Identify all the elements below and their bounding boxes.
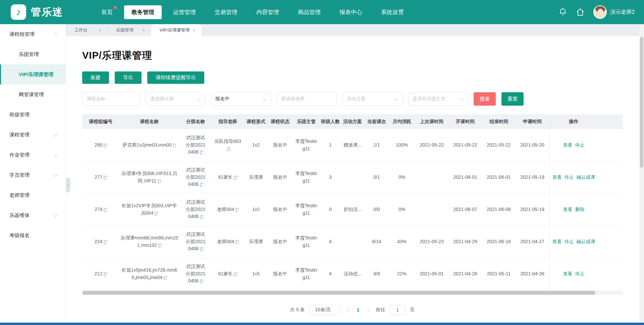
filter-select[interactable]: 报名中 (211, 92, 271, 106)
copy-icon[interactable] (200, 151, 203, 154)
action-button[interactable]: 课程续费提醒导出 (147, 71, 204, 84)
cell-form: 1v5 (244, 258, 268, 290)
cell-text: 2021-05-20 (520, 142, 544, 149)
copy-icon[interactable] (164, 276, 167, 280)
copy-icon[interactable] (104, 240, 107, 244)
top-menu-item[interactable]: 交易管理 (207, 5, 245, 19)
cell-text: 61家长 (218, 174, 237, 181)
home-icon[interactable] (576, 8, 585, 16)
sidebar-item[interactable]: 乐团管理 (0, 44, 66, 64)
filter-input[interactable]: 请选择老师 (277, 92, 337, 106)
pagination: 共 5 条 10条/页 ‹ 1 › 前往 页 (82, 305, 623, 315)
notification-bell-icon[interactable] (558, 8, 567, 16)
sidebar-item[interactable]: 作业管理 (0, 145, 66, 165)
cell-lesson: 6/14 (365, 226, 389, 258)
row-action-link[interactable]: 查看 (563, 270, 573, 278)
sidebar-item[interactable]: VIP/乐理课管理 (0, 64, 66, 85)
copy-icon[interactable] (234, 176, 237, 179)
current-page[interactable]: 1 (355, 307, 361, 313)
copy-icon[interactable] (104, 208, 107, 212)
tab-close-icon[interactable]: × (193, 28, 195, 33)
copy-icon[interactable] (155, 212, 158, 215)
top-menu-item[interactable]: 系统设置 (374, 5, 411, 19)
tab[interactable]: VIP/乐理课管理× (151, 24, 201, 36)
action-button[interactable]: 导出 (115, 71, 142, 84)
tab[interactable]: 乐团管理× (107, 24, 151, 36)
prev-page-button[interactable]: ‹ (345, 307, 351, 313)
sidebar-item[interactable]: 老师管理 (0, 185, 66, 205)
row-action-link[interactable]: 查看 (552, 238, 562, 246)
copy-icon[interactable] (104, 272, 107, 276)
row-action-link[interactable]: 停止 (575, 270, 585, 278)
next-page-button[interactable]: › (365, 307, 371, 313)
user-name: 演示老师2 (610, 9, 635, 16)
filter-select[interactable]: 活动方案 (342, 92, 402, 106)
sidebar-item[interactable]: 网管课管理 (0, 85, 66, 105)
copy-icon[interactable] (200, 215, 203, 219)
sidebar-item[interactable]: 课程管理 (0, 125, 66, 145)
sidebar-item[interactable]: 考级报名 (0, 225, 66, 246)
filter-select[interactable]: 是否有乐团主管 (408, 92, 468, 106)
sidebar-item[interactable]: 课程组管理 (0, 24, 66, 44)
cell-text: 100% (396, 142, 408, 149)
sidebar-item-label: 网管课管理 (19, 92, 44, 98)
cell-size: 4 (320, 226, 340, 258)
copy-icon[interactable] (173, 144, 176, 147)
copy-icon[interactable] (104, 144, 107, 147)
filter-select[interactable]: 请选择分部 (146, 92, 205, 106)
row-action-link[interactable]: 停止 (565, 174, 574, 181)
cell-text: 乐理课 (249, 238, 263, 246)
sidebar-item[interactable]: 学员管理 (0, 165, 66, 185)
copy-icon[interactable] (200, 247, 203, 251)
row-action-link[interactable]: 确认成课 (577, 174, 595, 181)
top-menu-item[interactable]: 首页 (94, 5, 120, 19)
top-menu-item[interactable]: 教务管理 (124, 5, 162, 19)
copy-icon[interactable] (158, 244, 161, 248)
cell-status: 报名中 (268, 258, 292, 290)
copy-icon[interactable] (235, 208, 238, 212)
row-action-link[interactable]: 停止 (575, 142, 585, 149)
goto-page-input[interactable] (390, 305, 405, 315)
cell-apply: 2021-05-20 (516, 129, 549, 161)
sidebar-item[interactable]: 班级管理 (0, 105, 66, 125)
row-action-link[interactable]: 查看 (563, 142, 573, 149)
copy-icon[interactable] (200, 279, 203, 283)
app-title: 管乐迷 (31, 5, 63, 19)
copy-icon[interactable] (227, 147, 230, 151)
row-action-link[interactable]: 停止 (565, 238, 574, 246)
reset-button[interactable]: 重置 (501, 92, 524, 106)
cell-text: 折扣活... (343, 206, 362, 213)
sidebar-item[interactable]: 乐器维保 (0, 205, 66, 225)
column-header-lesson: 当前课次 (365, 114, 389, 129)
top-menu-item[interactable]: 运营管理 (166, 5, 203, 19)
tab-close-icon[interactable]: × (142, 28, 145, 33)
copy-icon[interactable] (200, 183, 203, 186)
copy-icon[interactable] (104, 176, 107, 179)
cell-size: 4 (320, 258, 340, 290)
row-action-link[interactable]: 确认成课 (577, 238, 595, 246)
search-button[interactable]: 搜索 (474, 92, 496, 106)
row-action-link[interactable]: 删除 (575, 206, 585, 213)
user-menu[interactable]: 演示老师2 (593, 5, 635, 19)
filter-input[interactable]: 课程名称 (82, 92, 140, 106)
vertical-scrollbar-thumb[interactable] (640, 37, 643, 168)
cell-text: 2021-05-22 (453, 142, 477, 149)
page-size-select[interactable]: 10条/页 (309, 305, 340, 315)
tab[interactable]: 工作台× (66, 24, 107, 36)
cell-teacher: 乐队指导003 (212, 129, 244, 161)
copy-icon[interactable] (158, 179, 161, 183)
sidebar-collapse-handle[interactable]: ‹ (66, 178, 70, 193)
vertical-scrollbar-track[interactable] (639, 24, 644, 323)
app-logo[interactable]: ♪ 管乐迷 (11, 4, 63, 20)
top-menu-item[interactable]: 内容管理 (249, 5, 286, 19)
cell-text: 2021-04-26 (520, 270, 544, 278)
tab-close-icon[interactable]: × (99, 28, 101, 33)
top-menu-item[interactable]: 商品管理 (290, 5, 328, 19)
horizontal-scrollbar-thumb[interactable] (82, 291, 595, 295)
row-action-link[interactable]: 查看 (552, 174, 562, 181)
top-menu-item[interactable]: 报表中心 (332, 5, 370, 19)
copy-icon[interactable] (235, 240, 238, 244)
action-button[interactable]: 新建 (82, 71, 109, 84)
row-action-link[interactable]: 查看 (563, 206, 573, 213)
copy-icon[interactable] (234, 272, 237, 276)
